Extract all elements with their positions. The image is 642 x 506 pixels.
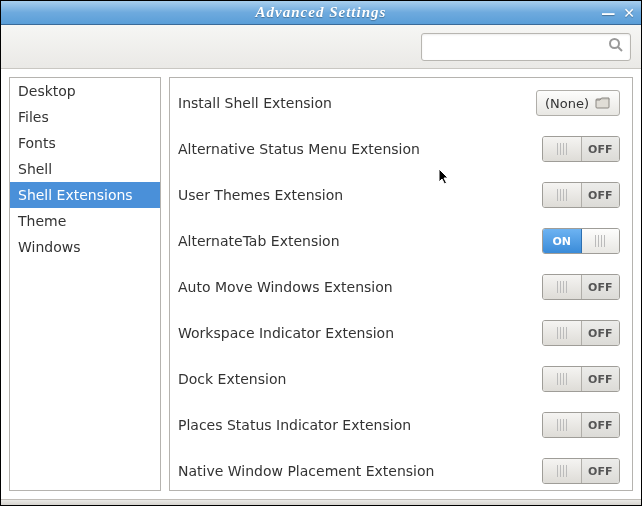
extension-row: Places Status Indicator ExtensionOFF <box>170 402 632 448</box>
toggle-handle <box>543 321 582 345</box>
extension-toggle[interactable]: OFF <box>542 136 620 162</box>
grip-icon <box>595 235 605 247</box>
extension-label: AlternateTab Extension <box>178 233 340 249</box>
bottom-bar <box>1 499 641 505</box>
toggle-off-label: OFF <box>582 137 620 161</box>
install-row: Install Shell Extension(None) <box>170 80 632 126</box>
extension-toggle[interactable]: OFF <box>542 412 620 438</box>
search-input[interactable] <box>428 39 608 55</box>
extension-toggle[interactable]: OFF <box>542 182 620 208</box>
grip-icon <box>557 143 567 155</box>
toggle-handle <box>582 229 620 253</box>
close-button[interactable]: ✕ <box>623 5 635 21</box>
folder-open-icon <box>595 96 611 110</box>
toggle-handle <box>543 413 582 437</box>
search-field-wrap[interactable] <box>421 33 631 61</box>
grip-icon <box>557 419 567 431</box>
extension-toggle[interactable]: ON <box>542 228 620 254</box>
content-area: DesktopFilesFontsShellShell ExtensionsTh… <box>1 69 641 499</box>
extension-row: AlternateTab ExtensionON <box>170 218 632 264</box>
install-label: Install Shell Extension <box>178 95 332 111</box>
window-controls: — ✕ <box>601 1 635 24</box>
sidebar: DesktopFilesFontsShellShell ExtensionsTh… <box>9 77 161 491</box>
extension-row: Auto Move Windows ExtensionOFF <box>170 264 632 310</box>
window-title: Advanced Settings <box>256 4 387 21</box>
extension-label: Workspace Indicator Extension <box>178 325 394 341</box>
toggle-off-label: OFF <box>582 183 620 207</box>
sidebar-item-desktop[interactable]: Desktop <box>10 78 160 104</box>
svg-line-1 <box>618 47 622 51</box>
svg-point-0 <box>610 39 619 48</box>
sidebar-item-shell[interactable]: Shell <box>10 156 160 182</box>
main-panel: Install Shell Extension(None)Alternative… <box>169 77 633 491</box>
sidebar-item-shell-extensions[interactable]: Shell Extensions <box>10 182 160 208</box>
extension-label: User Themes Extension <box>178 187 343 203</box>
sidebar-item-windows[interactable]: Windows <box>10 234 160 260</box>
grip-icon <box>557 327 567 339</box>
toggle-handle <box>543 137 582 161</box>
toggle-handle <box>543 275 582 299</box>
grip-icon <box>557 465 567 477</box>
grip-icon <box>557 373 567 385</box>
sidebar-item-fonts[interactable]: Fonts <box>10 130 160 156</box>
toggle-on-label: ON <box>543 229 582 253</box>
titlebar: Advanced Settings — ✕ <box>1 1 641 25</box>
extension-label: Native Window Placement Extension <box>178 463 434 479</box>
extension-label: Dock Extension <box>178 371 286 387</box>
grip-icon <box>557 281 567 293</box>
minimize-button[interactable]: — <box>601 5 615 21</box>
extension-row: User Themes ExtensionOFF <box>170 172 632 218</box>
extension-label: Auto Move Windows Extension <box>178 279 393 295</box>
sidebar-item-files[interactable]: Files <box>10 104 160 130</box>
toggle-off-label: OFF <box>582 367 620 391</box>
toolbar <box>1 25 641 69</box>
install-file-button[interactable]: (None) <box>536 90 620 116</box>
grip-icon <box>557 189 567 201</box>
extension-row: Alternative Status Menu ExtensionOFF <box>170 126 632 172</box>
toggle-handle <box>543 367 582 391</box>
toggle-off-label: OFF <box>582 321 620 345</box>
extension-toggle[interactable]: OFF <box>542 320 620 346</box>
search-icon <box>608 37 624 56</box>
install-file-button-label: (None) <box>545 96 589 111</box>
extension-row: Native Window Placement ExtensionOFF <box>170 448 632 491</box>
sidebar-item-theme[interactable]: Theme <box>10 208 160 234</box>
extension-row: Workspace Indicator ExtensionOFF <box>170 310 632 356</box>
toggle-handle <box>543 183 582 207</box>
toggle-off-label: OFF <box>582 413 620 437</box>
extension-toggle[interactable]: OFF <box>542 274 620 300</box>
toggle-off-label: OFF <box>582 459 620 483</box>
toggle-handle <box>543 459 582 483</box>
extension-toggle[interactable]: OFF <box>542 366 620 392</box>
extension-label: Alternative Status Menu Extension <box>178 141 420 157</box>
extension-row: Dock ExtensionOFF <box>170 356 632 402</box>
toggle-off-label: OFF <box>582 275 620 299</box>
extension-toggle[interactable]: OFF <box>542 458 620 484</box>
extension-label: Places Status Indicator Extension <box>178 417 411 433</box>
